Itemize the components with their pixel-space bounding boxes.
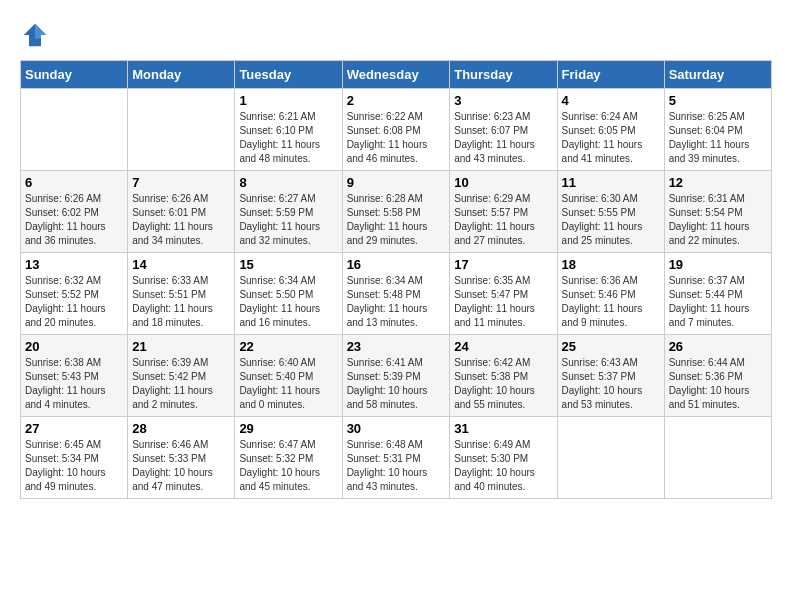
calendar-cell: 1Sunrise: 6:21 AM Sunset: 6:10 PM Daylig… [235,89,342,171]
calendar-cell: 14Sunrise: 6:33 AM Sunset: 5:51 PM Dayli… [128,253,235,335]
day-info: Sunrise: 6:24 AM Sunset: 6:05 PM Dayligh… [562,110,660,166]
day-info: Sunrise: 6:36 AM Sunset: 5:46 PM Dayligh… [562,274,660,330]
calendar-cell: 19Sunrise: 6:37 AM Sunset: 5:44 PM Dayli… [664,253,771,335]
day-info: Sunrise: 6:43 AM Sunset: 5:37 PM Dayligh… [562,356,660,412]
calendar-cell: 25Sunrise: 6:43 AM Sunset: 5:37 PM Dayli… [557,335,664,417]
day-number: 24 [454,339,552,354]
svg-marker-1 [35,24,46,39]
calendar-cell: 6Sunrise: 6:26 AM Sunset: 6:02 PM Daylig… [21,171,128,253]
day-info: Sunrise: 6:33 AM Sunset: 5:51 PM Dayligh… [132,274,230,330]
day-info: Sunrise: 6:46 AM Sunset: 5:33 PM Dayligh… [132,438,230,494]
calendar-cell: 21Sunrise: 6:39 AM Sunset: 5:42 PM Dayli… [128,335,235,417]
day-info: Sunrise: 6:38 AM Sunset: 5:43 PM Dayligh… [25,356,123,412]
day-number: 31 [454,421,552,436]
day-number: 27 [25,421,123,436]
day-info: Sunrise: 6:29 AM Sunset: 5:57 PM Dayligh… [454,192,552,248]
page-header [20,20,772,50]
day-number: 6 [25,175,123,190]
calendar-cell: 17Sunrise: 6:35 AM Sunset: 5:47 PM Dayli… [450,253,557,335]
day-info: Sunrise: 6:44 AM Sunset: 5:36 PM Dayligh… [669,356,767,412]
day-of-week-header: Thursday [450,61,557,89]
day-of-week-header: Friday [557,61,664,89]
day-info: Sunrise: 6:49 AM Sunset: 5:30 PM Dayligh… [454,438,552,494]
day-of-week-header: Saturday [664,61,771,89]
calendar-week-row: 1Sunrise: 6:21 AM Sunset: 6:10 PM Daylig… [21,89,772,171]
day-info: Sunrise: 6:47 AM Sunset: 5:32 PM Dayligh… [239,438,337,494]
day-info: Sunrise: 6:37 AM Sunset: 5:44 PM Dayligh… [669,274,767,330]
day-number: 16 [347,257,446,272]
calendar-cell: 7Sunrise: 6:26 AM Sunset: 6:01 PM Daylig… [128,171,235,253]
day-info: Sunrise: 6:42 AM Sunset: 5:38 PM Dayligh… [454,356,552,412]
day-info: Sunrise: 6:25 AM Sunset: 6:04 PM Dayligh… [669,110,767,166]
day-number: 23 [347,339,446,354]
day-number: 4 [562,93,660,108]
day-number: 26 [669,339,767,354]
day-info: Sunrise: 6:27 AM Sunset: 5:59 PM Dayligh… [239,192,337,248]
day-number: 1 [239,93,337,108]
calendar-cell: 18Sunrise: 6:36 AM Sunset: 5:46 PM Dayli… [557,253,664,335]
calendar-cell [557,417,664,499]
calendar-cell [664,417,771,499]
calendar-cell [128,89,235,171]
calendar-cell: 24Sunrise: 6:42 AM Sunset: 5:38 PM Dayli… [450,335,557,417]
calendar-cell: 5Sunrise: 6:25 AM Sunset: 6:04 PM Daylig… [664,89,771,171]
calendar-cell: 23Sunrise: 6:41 AM Sunset: 5:39 PM Dayli… [342,335,450,417]
day-info: Sunrise: 6:21 AM Sunset: 6:10 PM Dayligh… [239,110,337,166]
day-number: 22 [239,339,337,354]
calendar-cell: 10Sunrise: 6:29 AM Sunset: 5:57 PM Dayli… [450,171,557,253]
day-number: 3 [454,93,552,108]
calendar-week-row: 13Sunrise: 6:32 AM Sunset: 5:52 PM Dayli… [21,253,772,335]
day-number: 8 [239,175,337,190]
calendar-cell: 29Sunrise: 6:47 AM Sunset: 5:32 PM Dayli… [235,417,342,499]
day-of-week-header: Monday [128,61,235,89]
calendar-cell [21,89,128,171]
logo [20,20,54,50]
calendar-cell: 27Sunrise: 6:45 AM Sunset: 5:34 PM Dayli… [21,417,128,499]
day-info: Sunrise: 6:48 AM Sunset: 5:31 PM Dayligh… [347,438,446,494]
day-number: 19 [669,257,767,272]
calendar-cell: 20Sunrise: 6:38 AM Sunset: 5:43 PM Dayli… [21,335,128,417]
calendar-cell: 9Sunrise: 6:28 AM Sunset: 5:58 PM Daylig… [342,171,450,253]
calendar-body: 1Sunrise: 6:21 AM Sunset: 6:10 PM Daylig… [21,89,772,499]
day-info: Sunrise: 6:31 AM Sunset: 5:54 PM Dayligh… [669,192,767,248]
calendar-cell: 12Sunrise: 6:31 AM Sunset: 5:54 PM Dayli… [664,171,771,253]
calendar-cell: 11Sunrise: 6:30 AM Sunset: 5:55 PM Dayli… [557,171,664,253]
day-info: Sunrise: 6:34 AM Sunset: 5:48 PM Dayligh… [347,274,446,330]
day-number: 28 [132,421,230,436]
day-number: 13 [25,257,123,272]
calendar-cell: 22Sunrise: 6:40 AM Sunset: 5:40 PM Dayli… [235,335,342,417]
day-info: Sunrise: 6:34 AM Sunset: 5:50 PM Dayligh… [239,274,337,330]
day-number: 17 [454,257,552,272]
day-number: 25 [562,339,660,354]
day-number: 10 [454,175,552,190]
day-info: Sunrise: 6:40 AM Sunset: 5:40 PM Dayligh… [239,356,337,412]
calendar-cell: 2Sunrise: 6:22 AM Sunset: 6:08 PM Daylig… [342,89,450,171]
calendar-cell: 28Sunrise: 6:46 AM Sunset: 5:33 PM Dayli… [128,417,235,499]
day-info: Sunrise: 6:32 AM Sunset: 5:52 PM Dayligh… [25,274,123,330]
day-number: 30 [347,421,446,436]
day-info: Sunrise: 6:30 AM Sunset: 5:55 PM Dayligh… [562,192,660,248]
day-number: 2 [347,93,446,108]
day-number: 12 [669,175,767,190]
calendar-week-row: 27Sunrise: 6:45 AM Sunset: 5:34 PM Dayli… [21,417,772,499]
calendar-header-row: SundayMondayTuesdayWednesdayThursdayFrid… [21,61,772,89]
calendar-cell: 30Sunrise: 6:48 AM Sunset: 5:31 PM Dayli… [342,417,450,499]
calendar-week-row: 20Sunrise: 6:38 AM Sunset: 5:43 PM Dayli… [21,335,772,417]
day-number: 21 [132,339,230,354]
day-number: 11 [562,175,660,190]
day-of-week-header: Sunday [21,61,128,89]
calendar-cell: 3Sunrise: 6:23 AM Sunset: 6:07 PM Daylig… [450,89,557,171]
day-number: 7 [132,175,230,190]
day-info: Sunrise: 6:28 AM Sunset: 5:58 PM Dayligh… [347,192,446,248]
day-info: Sunrise: 6:35 AM Sunset: 5:47 PM Dayligh… [454,274,552,330]
day-number: 29 [239,421,337,436]
calendar-cell: 4Sunrise: 6:24 AM Sunset: 6:05 PM Daylig… [557,89,664,171]
day-info: Sunrise: 6:41 AM Sunset: 5:39 PM Dayligh… [347,356,446,412]
calendar-cell: 26Sunrise: 6:44 AM Sunset: 5:36 PM Dayli… [664,335,771,417]
day-number: 20 [25,339,123,354]
day-info: Sunrise: 6:39 AM Sunset: 5:42 PM Dayligh… [132,356,230,412]
day-info: Sunrise: 6:45 AM Sunset: 5:34 PM Dayligh… [25,438,123,494]
day-info: Sunrise: 6:23 AM Sunset: 6:07 PM Dayligh… [454,110,552,166]
calendar-cell: 8Sunrise: 6:27 AM Sunset: 5:59 PM Daylig… [235,171,342,253]
day-number: 18 [562,257,660,272]
